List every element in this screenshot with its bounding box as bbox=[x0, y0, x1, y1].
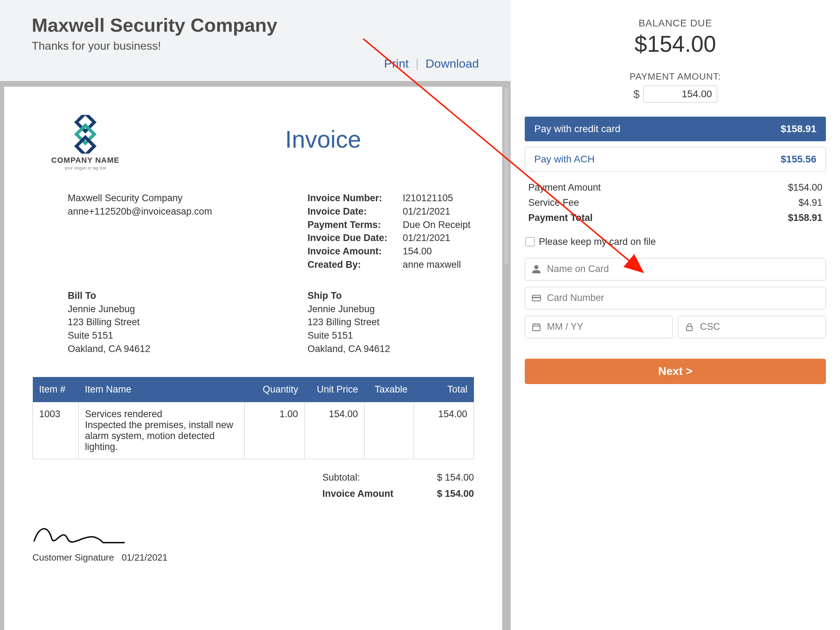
meta-payment-terms: Due On Receipt bbox=[403, 219, 474, 232]
cell-total: 154.00 bbox=[414, 402, 474, 459]
expiry-input[interactable] bbox=[547, 321, 666, 332]
fee-payment-amount-label: Payment Amount bbox=[528, 180, 601, 195]
invoice-amount-value: $ 154.00 bbox=[411, 486, 474, 502]
cell-item-name: Services rendered bbox=[85, 409, 238, 420]
line-items-table: Item # Item Name Quantity Unit Price Tax… bbox=[32, 377, 474, 459]
fee-payment-total: $158.91 bbox=[788, 210, 823, 225]
svg-rect-5 bbox=[532, 297, 540, 298]
name-on-card-input[interactable] bbox=[547, 263, 819, 274]
from-email: anne+112520b@invoiceasap.com bbox=[68, 205, 308, 219]
svg-rect-6 bbox=[533, 324, 540, 331]
pay-with-credit-card[interactable]: Pay with credit card $158.91 bbox=[525, 117, 826, 141]
subtotal-value: $ 154.00 bbox=[411, 470, 474, 486]
csc-field[interactable] bbox=[678, 316, 826, 338]
meta-created-by: anne maxwell bbox=[403, 258, 474, 272]
pay-with-ach[interactable]: Pay with ACH $155.56 bbox=[525, 147, 826, 172]
ship-to-suite: Suite 5151 bbox=[308, 329, 474, 342]
thanks-text: Thanks for your business! bbox=[32, 39, 479, 52]
svg-rect-2 bbox=[77, 126, 95, 143]
cell-item-desc: Inspected the premises, install new alar… bbox=[85, 420, 238, 452]
company-title: Maxwell Security Company bbox=[32, 14, 479, 36]
bill-to-city: Oakland, CA 94612 bbox=[68, 342, 308, 356]
meta-invoice-date: 01/21/2021 bbox=[403, 205, 474, 219]
header-bar: Maxwell Security Company Thanks for your… bbox=[0, 0, 511, 81]
signature-label: Customer Signature bbox=[32, 552, 114, 563]
pay-credit-label: Pay with credit card bbox=[534, 123, 620, 135]
pay-ach-amount: $155.56 bbox=[781, 154, 816, 165]
signature-date: 01/21/2021 bbox=[122, 552, 167, 563]
scrollbar[interactable] bbox=[504, 88, 508, 264]
meta-created-by-label: Created By: bbox=[308, 258, 403, 272]
print-link[interactable]: Print bbox=[384, 57, 409, 70]
table-row: 1003 Services rendered Inspected the pre… bbox=[33, 402, 474, 459]
cell-item-no: 1003 bbox=[33, 402, 79, 459]
fee-payment-amount: $154.00 bbox=[788, 180, 823, 195]
meta-due-date: 01/21/2021 bbox=[403, 232, 474, 245]
keep-card-checkbox[interactable] bbox=[526, 237, 535, 246]
meta-invoice-number: I210121105 bbox=[403, 192, 474, 205]
balance-due-amount: $154.00 bbox=[525, 31, 826, 57]
cell-unit-price: 154.00 bbox=[305, 402, 365, 459]
calendar-icon bbox=[531, 322, 541, 332]
bill-to-label: Bill To bbox=[68, 289, 308, 303]
link-divider: | bbox=[415, 57, 418, 70]
col-unit-price: Unit Price bbox=[305, 377, 365, 402]
meta-invoice-amount: 154.00 bbox=[403, 245, 474, 258]
name-on-card-field[interactable] bbox=[525, 258, 826, 280]
bill-to-suite: Suite 5151 bbox=[68, 329, 308, 342]
pay-credit-amount: $158.91 bbox=[781, 123, 816, 135]
person-icon bbox=[531, 264, 541, 274]
csc-input[interactable] bbox=[700, 321, 819, 332]
ship-to-label: Ship To bbox=[308, 289, 474, 303]
col-total: Total bbox=[414, 377, 474, 402]
keep-card-label: Please keep my card on file bbox=[539, 236, 656, 247]
logo-icon bbox=[57, 115, 114, 154]
svg-rect-10 bbox=[687, 326, 692, 331]
cell-quantity: 1.00 bbox=[245, 402, 305, 459]
payment-amount-input[interactable] bbox=[643, 86, 717, 102]
subtotal-label: Subtotal: bbox=[322, 470, 411, 486]
meta-due-date-label: Invoice Due Date: bbox=[308, 232, 403, 245]
ship-to-name: Jennie Junebug bbox=[308, 303, 474, 316]
payment-amount-label: PAYMENT AMOUNT: bbox=[525, 71, 826, 82]
signature-icon bbox=[32, 523, 128, 548]
bill-to-name: Jennie Junebug bbox=[68, 303, 308, 316]
from-name: Maxwell Security Company bbox=[68, 192, 308, 205]
card-number-field[interactable] bbox=[525, 287, 826, 309]
fee-payment-total-label: Payment Total bbox=[528, 210, 593, 225]
next-button[interactable]: Next > bbox=[525, 359, 826, 384]
meta-invoice-date-label: Invoice Date: bbox=[308, 205, 403, 219]
credit-card-icon bbox=[531, 293, 541, 303]
meta-payment-terms-label: Payment Terms: bbox=[308, 219, 403, 232]
col-item-no: Item # bbox=[33, 377, 79, 402]
ship-to-city: Oakland, CA 94612 bbox=[308, 342, 474, 356]
col-quantity: Quantity bbox=[245, 377, 305, 402]
fee-service-fee: $4.91 bbox=[798, 195, 823, 210]
logo-text: COMPANY NAME bbox=[32, 156, 138, 165]
cell-taxable bbox=[365, 402, 414, 459]
bill-to-street: 123 Billing Street bbox=[68, 316, 308, 329]
invoice-amount-label: Invoice Amount bbox=[322, 486, 411, 502]
dollar-sign: $ bbox=[633, 88, 640, 101]
expiry-field[interactable] bbox=[525, 316, 673, 338]
card-number-input[interactable] bbox=[547, 293, 819, 303]
download-link[interactable]: Download bbox=[426, 57, 479, 70]
document-title: Invoice bbox=[285, 126, 361, 153]
pay-ach-label: Pay with ACH bbox=[534, 154, 595, 165]
col-taxable: Taxable bbox=[365, 377, 414, 402]
balance-due-label: BALANCE DUE bbox=[525, 17, 826, 29]
lock-icon bbox=[684, 322, 694, 332]
col-item-name: Item Name bbox=[79, 377, 245, 402]
fee-service-fee-label: Service Fee bbox=[528, 195, 579, 210]
ship-to-street: 123 Billing Street bbox=[308, 316, 474, 329]
meta-invoice-number-label: Invoice Number: bbox=[308, 192, 403, 205]
payment-panel: BALANCE DUE $154.00 PAYMENT AMOUNT: $ Pa… bbox=[511, 0, 840, 630]
meta-invoice-amount-label: Invoice Amount: bbox=[308, 245, 403, 258]
company-logo: COMPANY NAME your slogan or tag line bbox=[32, 115, 138, 170]
keep-card-row[interactable]: Please keep my card on file bbox=[526, 236, 825, 247]
invoice-document: COMPANY NAME your slogan or tag line Inv… bbox=[4, 87, 502, 630]
logo-sub: your slogan or tag line bbox=[32, 165, 138, 170]
